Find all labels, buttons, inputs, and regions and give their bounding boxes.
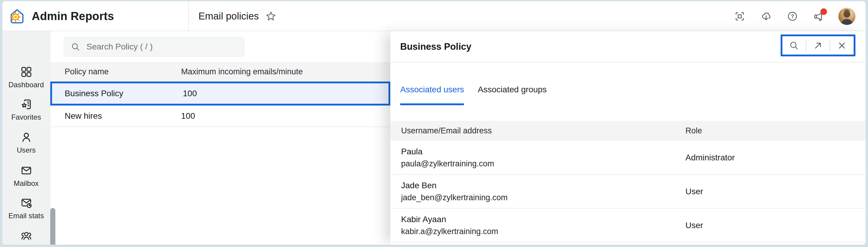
- brand[interactable]: Admin Reports: [8, 1, 114, 31]
- app-title: Admin Reports: [32, 10, 114, 23]
- sidebar-item-email-stats[interactable]: Email stats: [2, 197, 50, 220]
- policy-name: New hires: [50, 111, 181, 121]
- announcements-icon[interactable]: [812, 9, 825, 23]
- policy-row-new-hires[interactable]: New hires 100: [50, 106, 390, 127]
- sidebar-item-users[interactable]: Users: [2, 131, 50, 155]
- associated-users-table: Username/Email address Role Paula paula@…: [390, 121, 866, 245]
- column-role: Role: [685, 126, 866, 136]
- favorite-star-icon[interactable]: [266, 11, 276, 22]
- column-policy-name: Policy name: [50, 67, 181, 77]
- policy-name: Business Policy: [52, 89, 183, 98]
- users-icon: [20, 131, 32, 143]
- user-email: paula@zylkertraining.com: [401, 159, 685, 168]
- sidebar-item-favorites[interactable]: Favorites: [2, 98, 50, 121]
- policy-max-incoming: 100: [181, 111, 390, 121]
- user-email: jade_ben@zylkertraining.com: [401, 193, 685, 202]
- user-row-jade-ben[interactable]: Jade Ben jade_ben@zylkertraining.com Use…: [390, 175, 866, 209]
- groups-icon: [20, 230, 32, 242]
- tab-associated-groups[interactable]: Associated groups: [478, 85, 547, 95]
- sidebar-label: Email stats: [8, 212, 44, 220]
- sidebar-scrollbar-thumb[interactable]: [50, 208, 55, 245]
- open-in-new-icon[interactable]: [810, 38, 826, 53]
- mailbox-icon: [20, 165, 32, 176]
- admin-reports-logo-icon: [8, 7, 26, 26]
- notification-badge: [820, 8, 827, 15]
- sidebar-item-mailbox[interactable]: Mailbox: [2, 165, 50, 188]
- column-username-email: Username/Email address: [390, 126, 685, 136]
- close-panel-icon[interactable]: [835, 38, 849, 53]
- sidebar-item-groups[interactable]: Groups: [2, 230, 50, 245]
- search-icon: [71, 42, 81, 52]
- user-row-red-user-a[interactable]: Red User A red.user-a@zylkertraining.com…: [390, 243, 866, 245]
- favorites-icon: [20, 98, 32, 110]
- topbar-actions: ?: [733, 1, 856, 31]
- toolbar-separator: [830, 40, 830, 51]
- sidebar-label: Mailbox: [14, 179, 39, 188]
- panel-toolbar: [781, 34, 856, 56]
- user-row-paula[interactable]: Paula paula@zylkertraining.com Administr…: [390, 141, 866, 175]
- sidebar-label: Favorites: [11, 113, 41, 121]
- column-max-incoming: Maximum incoming emails/minute: [181, 67, 390, 77]
- user-role: Administrator: [685, 153, 866, 162]
- sidebar-label: Users: [17, 146, 36, 155]
- page-title: Email policies: [198, 10, 259, 22]
- user-avatar[interactable]: [838, 8, 856, 25]
- app-window: Admin Reports Email policies: [2, 1, 866, 245]
- panel-search-icon[interactable]: [786, 38, 802, 53]
- policy-row-business-policy[interactable]: Business Policy 100: [50, 82, 390, 106]
- cloud-download-icon[interactable]: [760, 9, 773, 23]
- sidebar-item-dashboard[interactable]: Dashboard: [2, 66, 50, 89]
- toolbar-separator: [806, 40, 806, 51]
- tab-associated-users[interactable]: Associated users: [400, 85, 464, 95]
- username: Jade Ben: [401, 181, 685, 190]
- topbar-divider: [188, 1, 189, 31]
- help-icon[interactable]: ?: [786, 9, 799, 23]
- users-table-header: Username/Email address Role: [390, 121, 866, 141]
- dashboard-icon: [20, 66, 32, 78]
- sidebar-label: Dashboard: [8, 81, 44, 89]
- username: Kabir Ayaan: [401, 215, 685, 224]
- policy-table-header: Policy name Maximum incoming emails/minu…: [50, 62, 390, 82]
- user-role: User: [685, 221, 866, 230]
- email-stats-icon: [20, 197, 32, 209]
- panel-tabs: Associated users Associated groups: [400, 63, 547, 118]
- search-policy-input[interactable]: [87, 42, 238, 52]
- fullscreen-icon[interactable]: [733, 9, 746, 23]
- svg-text:?: ?: [791, 13, 794, 20]
- user-email: kabir.a@zylkertraining.com: [401, 227, 685, 236]
- user-row-kabir-ayaan[interactable]: Kabir Ayaan kabir.a@zylkertraining.com U…: [390, 209, 866, 243]
- sidebar: Dashboard Favorites Users: [2, 31, 50, 245]
- user-role: User: [685, 187, 866, 196]
- policy-details-panel: Business Policy: [390, 31, 866, 245]
- top-bar: Admin Reports Email policies: [2, 1, 866, 31]
- username: Paula: [401, 147, 685, 157]
- panel-title: Business Policy: [400, 31, 471, 62]
- policy-max-incoming: 100: [183, 89, 389, 98]
- policy-search-box: [63, 36, 245, 57]
